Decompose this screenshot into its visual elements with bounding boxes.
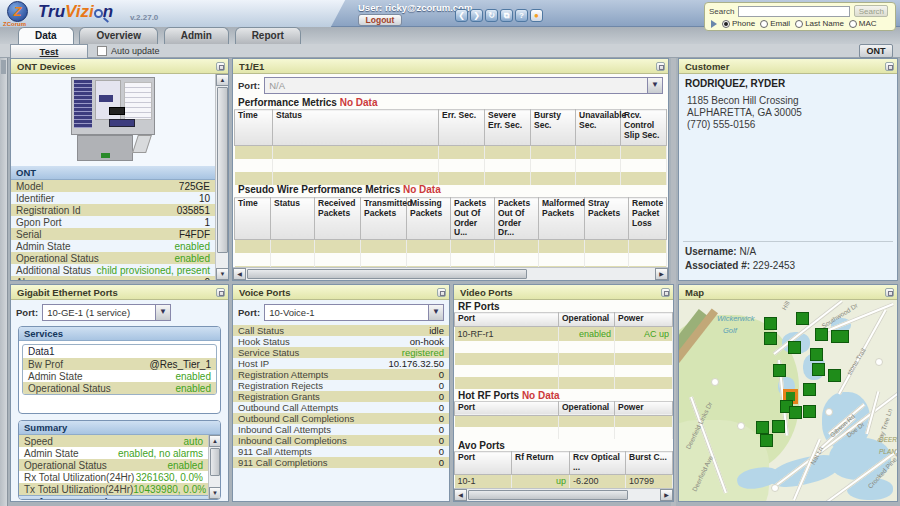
scroll-thumb[interactable]	[217, 87, 228, 253]
column-header[interactable]: Status	[273, 110, 439, 146]
tip-bulb-icon[interactable]: ●	[530, 9, 543, 22]
collapse-icon[interactable]	[661, 288, 670, 297]
scroll-thumb[interactable]	[247, 269, 527, 279]
device-marker[interactable]	[756, 421, 769, 434]
collapse-icon[interactable]	[216, 288, 225, 297]
device-marker[interactable]	[812, 363, 825, 376]
collapse-icon[interactable]	[216, 62, 225, 71]
column-header[interactable]: Time	[235, 110, 273, 146]
ont-button[interactable]: ONT	[859, 44, 893, 58]
horizontal-scrollbar[interactable]: ◀ ▶	[454, 488, 673, 501]
tab-data[interactable]: Data	[18, 27, 74, 44]
tab-overview[interactable]: Overview	[79, 27, 157, 44]
device-marker[interactable]	[803, 405, 816, 418]
column-header[interactable]: Err. Sec.	[439, 110, 485, 146]
table-row[interactable]: 10-1 up -6.200 10799	[455, 474, 673, 488]
vertical-scrollbar[interactable]: ▲ ▼	[215, 74, 228, 280]
t1e1-port-select[interactable]: N/A ▼	[264, 77, 663, 94]
column-header[interactable]: Rcv Optical ...	[570, 452, 626, 475]
column-header[interactable]: Time	[235, 198, 271, 240]
search-button[interactable]: Search	[854, 5, 888, 17]
back-icon[interactable]: ❮	[455, 9, 468, 22]
device-marker[interactable]	[789, 406, 802, 419]
radio-lastname-icon[interactable]	[795, 20, 803, 28]
column-header[interactable]: Port	[455, 452, 512, 475]
ge-port-select[interactable]: 10-GE-1 (1 service) ▼	[42, 304, 171, 321]
tab-admin[interactable]: Admin	[164, 27, 229, 44]
scroll-thumb[interactable]	[468, 490, 628, 500]
column-header[interactable]: Received Packets	[315, 198, 361, 240]
scroll-right-icon[interactable]: ▶	[655, 268, 668, 280]
column-header[interactable]: Malformed Packets	[539, 198, 585, 240]
auto-update-checkbox[interactable]	[97, 46, 107, 56]
search-option-email[interactable]: Email	[760, 19, 790, 28]
column-header[interactable]: Remote Packet Loss	[629, 198, 667, 240]
device-marker[interactable]	[760, 434, 773, 447]
device-marker[interactable]	[803, 383, 816, 396]
search-option-lastname[interactable]: Last Name	[795, 19, 844, 28]
logout-button[interactable]: Logout	[358, 14, 402, 26]
table-row: Host IP10.176.32.50	[233, 358, 449, 369]
column-header[interactable]: Unavailable Sec.	[576, 110, 621, 146]
column-header[interactable]: Power	[615, 313, 673, 327]
column-header[interactable]: Port	[455, 401, 559, 415]
collapse-icon[interactable]	[656, 62, 665, 71]
radio-phone-icon[interactable]	[722, 20, 730, 28]
column-header[interactable]: Port	[455, 313, 559, 327]
column-header[interactable]: Operational	[559, 313, 615, 327]
tab-report[interactable]: Report	[235, 27, 301, 44]
refresh-icon[interactable]: ↻	[485, 9, 498, 22]
column-header[interactable]: Packets Out Of Order Dr...	[495, 198, 539, 240]
auto-update-control[interactable]: Auto update	[97, 46, 160, 56]
collapse-icon[interactable]	[437, 288, 446, 297]
forward-icon[interactable]: ❯	[470, 9, 483, 22]
scroll-up-icon[interactable]: ▲	[209, 435, 221, 447]
device-marker[interactable]	[764, 332, 777, 345]
test-button[interactable]: Test	[10, 44, 88, 58]
column-header[interactable]: Burst C...	[626, 452, 673, 475]
column-header[interactable]: Severe Err. Sec.	[485, 110, 531, 146]
device-marker[interactable]	[828, 369, 841, 382]
column-header[interactable]: Stray Packets	[585, 198, 629, 240]
device-marker[interactable]	[764, 317, 777, 330]
scroll-down-icon[interactable]: ▼	[209, 487, 221, 499]
scroll-down-icon[interactable]: ▼	[216, 268, 228, 280]
device-marker[interactable]	[831, 330, 849, 343]
scroll-up-icon[interactable]: ▲	[216, 74, 228, 86]
vertical-scrollbar[interactable]: ▲ ▼	[208, 435, 220, 499]
copy-icon[interactable]: ⧉	[500, 9, 513, 22]
collapsed-splitter[interactable]	[0, 58, 8, 506]
column-header[interactable]: Status	[271, 198, 315, 240]
device-marker[interactable]	[772, 420, 785, 433]
column-header[interactable]: Bursty Sec.	[531, 110, 576, 146]
device-marker[interactable]	[788, 341, 801, 354]
search-option-phone[interactable]: Phone	[722, 19, 755, 28]
column-header[interactable]: Rf Return	[512, 452, 570, 475]
scroll-left-icon[interactable]: ◀	[233, 268, 246, 280]
column-header[interactable]: Transmitted Packets	[361, 198, 407, 240]
horizontal-scrollbar[interactable]: ◀ ▶	[233, 267, 668, 280]
device-marker[interactable]	[796, 312, 809, 325]
column-header[interactable]: Power	[615, 401, 673, 415]
scroll-left-icon[interactable]: ◀	[454, 489, 467, 501]
device-marker[interactable]	[810, 348, 823, 361]
search-input[interactable]	[738, 6, 850, 17]
collapse-icon[interactable]	[885, 288, 894, 297]
radio-email-icon[interactable]	[760, 20, 768, 28]
column-header[interactable]: Packets Out Of Order U...	[451, 198, 495, 240]
device-marker[interactable]	[815, 328, 828, 341]
help-icon[interactable]: ?	[515, 9, 528, 22]
scroll-thumb[interactable]	[210, 448, 220, 476]
collapse-icon[interactable]	[885, 62, 894, 71]
expand-arrow-icon[interactable]	[711, 20, 717, 28]
search-option-mac[interactable]: MAC	[849, 19, 877, 28]
column-header[interactable]: Operational	[559, 401, 615, 415]
map-canvas[interactable]: Wickerwick Golf Southwood Dr stone Trail…	[679, 300, 897, 501]
scroll-right-icon[interactable]: ▶	[660, 489, 673, 501]
column-header[interactable]: Rcv. Control Slip Sec.	[621, 110, 667, 146]
table-row[interactable]: 10-RF-r1 enabled AC up	[455, 327, 673, 341]
device-marker[interactable]	[773, 364, 786, 377]
voice-port-select[interactable]: 10-Voice-1 ▼	[264, 304, 444, 321]
column-header[interactable]: Missing Packets	[407, 198, 451, 240]
radio-mac-icon[interactable]	[849, 20, 857, 28]
